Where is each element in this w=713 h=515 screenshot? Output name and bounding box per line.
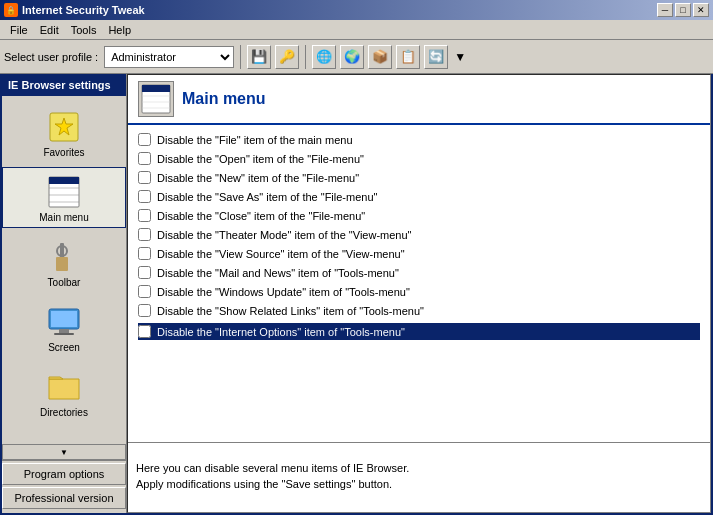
user-profile-select[interactable]: Administrator (104, 46, 234, 68)
clipboard-button[interactable]: 📋 (396, 45, 420, 69)
refresh-button[interactable]: 🔄 (424, 45, 448, 69)
label-disable-file: Disable the "File" item of the main menu (157, 134, 353, 146)
title-bar-left: 🔒 Internet Security Tweak (4, 3, 145, 17)
label-disable-viewsource: Disable the "View Source" item of the "V… (157, 248, 405, 260)
label-disable-saveas: Disable the "Save As" item of the "File-… (157, 191, 377, 203)
toolbar-icon (44, 237, 84, 277)
favorites-icon (44, 107, 84, 147)
info-line-2: Apply modifications using the "Save sett… (136, 478, 702, 490)
checkbox-disable-new[interactable] (138, 171, 151, 184)
sidebar-item-favorites[interactable]: Favorites (2, 102, 126, 163)
content-header-icon (138, 81, 174, 117)
checkbox-disable-file[interactable] (138, 133, 151, 146)
checkbox-disable-intoptions[interactable] (138, 325, 151, 338)
checkbox-item-disable-mailnews: Disable the "Mail and News" item of "Too… (138, 266, 700, 279)
checkbox-disable-open[interactable] (138, 152, 151, 165)
checkbox-disable-theater[interactable] (138, 228, 151, 241)
label-disable-mailnews: Disable the "Mail and News" item of "Too… (157, 267, 399, 279)
close-button[interactable]: ✕ (693, 3, 709, 17)
checkbox-disable-showrelated[interactable] (138, 304, 151, 317)
sidebar-header: IE Browser settings (2, 74, 126, 96)
svg-rect-8 (56, 257, 68, 271)
settings-button[interactable]: 🔑 (275, 45, 299, 69)
checkbox-item-disable-saveas: Disable the "Save As" item of the "File-… (138, 190, 700, 203)
screen-label: Screen (48, 342, 80, 353)
checkbox-disable-winupdate[interactable] (138, 285, 151, 298)
menu-file[interactable]: File (4, 22, 34, 38)
sidebar-item-main-menu[interactable]: Main menu (2, 167, 126, 228)
label-disable-intoptions: Disable the "Internet Options" item of "… (157, 326, 405, 338)
main-menu-label: Main menu (39, 212, 88, 223)
package-button[interactable]: 📦 (368, 45, 392, 69)
checkbox-item-disable-open: Disable the "Open" item of the "File-men… (138, 152, 700, 165)
toolbar-label: Toolbar (48, 277, 81, 288)
sidebar-item-directories[interactable]: Directories (2, 362, 126, 423)
content-header: Main menu (128, 75, 710, 125)
screen-icon (44, 302, 84, 342)
favorites-label: Favorites (43, 147, 84, 158)
main-menu-icon (44, 172, 84, 212)
label-disable-close: Disable the "Close" item of the "File-me… (157, 210, 365, 222)
toolbar-separator-2 (305, 45, 306, 69)
sidebar-footer: Program options Professional version (2, 460, 126, 513)
checkbox-item-disable-winupdate: Disable the "Windows Update" item of "To… (138, 285, 700, 298)
menu-bar: File Edit Tools Help (0, 20, 713, 40)
save-button[interactable]: 💾 (247, 45, 271, 69)
svg-rect-11 (51, 311, 77, 327)
browse-button[interactable]: 🌐 (312, 45, 336, 69)
content-title: Main menu (182, 90, 266, 108)
checkbox-disable-viewsource[interactable] (138, 247, 151, 260)
app-icon: 🔒 (4, 3, 18, 17)
main-layout: IE Browser settings Favorites (0, 74, 713, 515)
label-disable-showrelated: Disable the "Show Related Links" item of… (157, 305, 424, 317)
menu-tools[interactable]: Tools (65, 22, 103, 38)
menu-edit[interactable]: Edit (34, 22, 65, 38)
svg-rect-3 (49, 177, 79, 184)
sidebar: IE Browser settings Favorites (2, 74, 127, 513)
checkbox-item-disable-showrelated: Disable the "Show Related Links" item of… (138, 304, 700, 317)
label-disable-theater: Disable the "Theater Mode" item of the "… (157, 229, 411, 241)
directories-icon (44, 367, 84, 407)
sidebar-item-toolbar[interactable]: Toolbar (2, 232, 126, 293)
professional-version-button[interactable]: Professional version (2, 487, 126, 509)
checkbox-item-disable-file: Disable the "File" item of the main menu (138, 133, 700, 146)
title-bar: 🔒 Internet Security Tweak ─ □ ✕ (0, 0, 713, 20)
title-bar-controls: ─ □ ✕ (657, 3, 709, 17)
toolbar: Select user profile : Administrator 💾 🔑 … (0, 40, 713, 74)
info-panel: Here you can disable several menu items … (128, 442, 710, 512)
minimize-button[interactable]: ─ (657, 3, 673, 17)
maximize-button[interactable]: □ (675, 3, 691, 17)
info-line-1: Here you can disable several menu items … (136, 462, 702, 474)
checkbox-item-disable-new: Disable the "New" item of the "File-menu… (138, 171, 700, 184)
checkbox-disable-saveas[interactable] (138, 190, 151, 203)
svg-rect-13 (54, 333, 74, 335)
toolbar-separator-1 (240, 45, 241, 69)
svg-rect-12 (59, 329, 69, 333)
select-user-label: Select user profile : (4, 51, 98, 63)
svg-rect-15 (142, 85, 170, 92)
sidebar-scroll-down[interactable]: ▼ (2, 444, 126, 460)
label-disable-new: Disable the "New" item of the "File-menu… (157, 172, 359, 184)
checkbox-item-disable-close: Disable the "Close" item of the "File-me… (138, 209, 700, 222)
directories-label: Directories (40, 407, 88, 418)
checkbox-item-disable-theater: Disable the "Theater Mode" item of the "… (138, 228, 700, 241)
content-area: Main menu Disable the "File" item of the… (127, 74, 711, 513)
checkbox-disable-mailnews[interactable] (138, 266, 151, 279)
checkbox-item-disable-intoptions: Disable the "Internet Options" item of "… (138, 323, 700, 340)
go-button[interactable]: 🌍 (340, 45, 364, 69)
label-disable-open: Disable the "Open" item of the "File-men… (157, 153, 364, 165)
menu-help[interactable]: Help (102, 22, 137, 38)
title-bar-text: Internet Security Tweak (22, 4, 145, 16)
checkbox-disable-close[interactable] (138, 209, 151, 222)
label-disable-winupdate: Disable the "Windows Update" item of "To… (157, 286, 410, 298)
checkbox-item-disable-viewsource: Disable the "View Source" item of the "V… (138, 247, 700, 260)
sidebar-items: Favorites Main menu (2, 96, 126, 444)
sidebar-item-screen[interactable]: Screen (2, 297, 126, 358)
program-options-button[interactable]: Program options (2, 463, 126, 485)
dropdown-arrow[interactable]: ▼ (454, 50, 466, 64)
content-scroll[interactable]: Disable the "File" item of the main menu… (128, 125, 710, 442)
